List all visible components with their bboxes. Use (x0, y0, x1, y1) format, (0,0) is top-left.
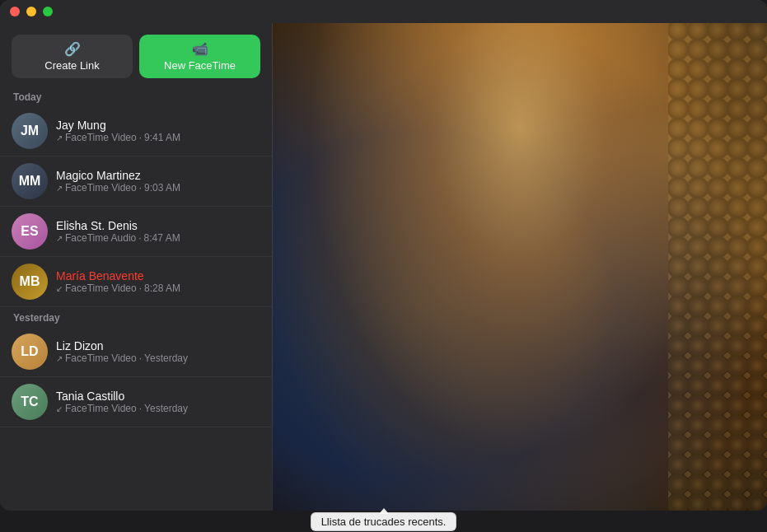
call-item-tania-castillo[interactable]: TC Tania Castillo ↙ FaceTime Video · Yes… (0, 377, 272, 427)
outgoing-arrow-icon: ↗ (56, 133, 63, 142)
sidebar-border (272, 0, 273, 511)
avatar-jay-mung: JM (12, 113, 48, 149)
window-titlebar (0, 0, 767, 23)
call-item-maria-benavente[interactable]: MB María Benavente ↙ FaceTime Video · 8:… (0, 257, 272, 307)
app-window: 🔗 Create Link 📹 New FaceTime Today JM Ja… (0, 0, 767, 511)
tooltip-text: Llista de trucades recents. (321, 516, 447, 528)
create-link-button[interactable]: 🔗 Create Link (12, 35, 133, 78)
call-name-elisha-st-denis: Elisha St. Denis (56, 219, 260, 232)
call-name-liz-dizon: Liz Dizon (56, 339, 260, 352)
call-info-magico-martinez: Magico Martinez ↗ FaceTime Video · 9:03 … (56, 169, 260, 194)
call-details-liz-dizon: ↗ FaceTime Video · Yesterday (56, 352, 260, 364)
minimize-button[interactable] (26, 7, 36, 16)
avatar-elisha-st-denis: ES (12, 213, 48, 250)
incoming-arrow-icon: ↙ (56, 284, 63, 293)
call-info-tania-castillo: Tania Castillo ↙ FaceTime Video · Yester… (56, 390, 260, 414)
incoming-arrow-icon: ↙ (56, 404, 63, 413)
call-name-magico-martinez: Magico Martinez (56, 169, 260, 182)
avatar-tania-castillo: TC (12, 384, 48, 420)
outgoing-arrow-icon: ↗ (56, 354, 63, 363)
video-icon: 📹 (192, 41, 208, 57)
call-item-elisha-st-denis[interactable]: ES Elisha St. Denis ↗ FaceTime Audio · 8… (0, 207, 272, 257)
close-button[interactable] (10, 7, 20, 16)
outgoing-arrow-icon: ↗ (56, 234, 63, 243)
maximize-button[interactable] (43, 7, 53, 16)
section-today-header: Today (0, 86, 272, 106)
call-info-elisha-st-denis: Elisha St. Denis ↗ FaceTime Audio · 8:47… (56, 219, 260, 244)
tooltip-container: Llista de trucades recents. (0, 511, 767, 532)
call-details-magico-martinez: ↗ FaceTime Video · 9:03 AM (56, 182, 260, 194)
new-facetime-label: New FaceTime (164, 59, 236, 72)
section-yesterday-header: Yesterday (0, 307, 272, 327)
call-name-jay-mung: Jay Mung (56, 119, 260, 132)
call-details-elisha-st-denis: ↗ FaceTime Audio · 8:47 AM (56, 232, 260, 244)
tooltip-box: Llista de trucades recents. (311, 512, 457, 531)
call-item-jay-mung[interactable]: JM Jay Mung ↗ FaceTime Video · 9:41 AM (0, 106, 272, 156)
call-info-liz-dizon: Liz Dizon ↗ FaceTime Video · Yesterday (56, 339, 260, 364)
outgoing-arrow-icon: ↗ (56, 184, 63, 193)
call-info-maria-benavente: María Benavente ↙ FaceTime Video · 8:28 … (56, 269, 260, 294)
call-item-liz-dizon[interactable]: LD Liz Dizon ↗ FaceTime Video · Yesterda… (0, 327, 272, 377)
avatar-magico-martinez: MM (12, 163, 48, 199)
call-info-jay-mung: Jay Mung ↗ FaceTime Video · 9:41 AM (56, 119, 260, 143)
call-details-jay-mung: ↗ FaceTime Video · 9:41 AM (56, 132, 260, 143)
new-facetime-button[interactable]: 📹 New FaceTime (139, 35, 260, 78)
call-name-maria-benavente: María Benavente (56, 269, 260, 282)
main-content (272, 0, 767, 511)
call-details-tania-castillo: ↙ FaceTime Video · Yesterday (56, 403, 260, 414)
avatar-maria-benavente: MB (12, 264, 48, 300)
sidebar: 🔗 Create Link 📹 New FaceTime Today JM Ja… (0, 0, 272, 511)
call-item-magico-martinez[interactable]: MM Magico Martinez ↗ FaceTime Video · 9:… (0, 156, 272, 207)
create-link-label: Create Link (44, 59, 99, 72)
call-list: Today JM Jay Mung ↗ FaceTime Video · 9:4… (0, 86, 272, 511)
bottle-cap-texture (668, 0, 767, 511)
photo-background (272, 0, 767, 511)
sidebar-header: 🔗 Create Link 📹 New FaceTime (0, 23, 272, 86)
link-icon: 🔗 (64, 41, 81, 57)
call-details-maria-benavente: ↙ FaceTime Video · 8:28 AM (56, 282, 260, 294)
call-name-tania-castillo: Tania Castillo (56, 390, 260, 403)
avatar-liz-dizon: LD (12, 334, 48, 370)
